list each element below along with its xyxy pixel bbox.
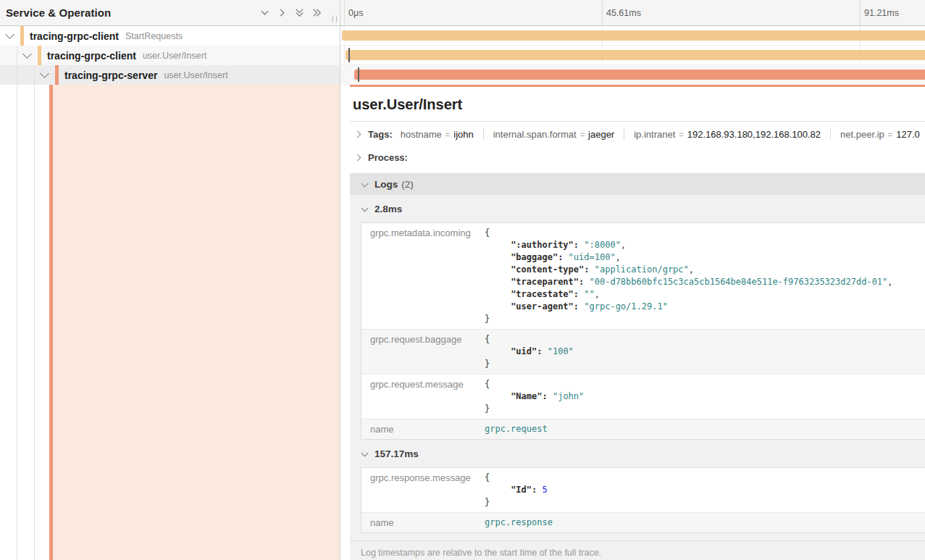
- chevron-right-icon[interactable]: [277, 7, 288, 18]
- log-entry-time: 2.8ms: [374, 204, 402, 214]
- ruler-tick-label: 0μs: [348, 8, 363, 18]
- process-label: Process:: [368, 152, 408, 163]
- selected-span-highlight: [49, 85, 340, 560]
- double-chevron-right-icon[interactable]: [311, 7, 322, 18]
- logs-body: 2.8msgrpc.metadata.incoming{ ":authority…: [350, 195, 925, 560]
- log-field-name: namegrpc.response: [361, 512, 925, 532]
- timeline-row-1[interactable]: [340, 46, 925, 65]
- tag-equals: =: [679, 130, 683, 139]
- logs-section: Logs (2) 2.8msgrpc.metadata.incoming{ ":…: [350, 173, 925, 560]
- span-detail: user.User/Insert Tags: hostname=ijohnint…: [340, 85, 925, 560]
- timeline-row-0[interactable]: [340, 26, 925, 46]
- log-field-grpc.request.message: grpc.request.message{ "Name": "john"}: [361, 374, 925, 419]
- service-name: tracing-grpc-client: [47, 50, 136, 62]
- service-operation-title: Service & Operation: [6, 7, 259, 19]
- span-bar[interactable]: [354, 70, 925, 80]
- tag-value: 192.168.93.180,192.168.100.82: [687, 129, 821, 140]
- tag-value: 127.0: [896, 129, 920, 140]
- logs-count: (2): [401, 179, 414, 190]
- tag-key: hostname: [401, 129, 442, 140]
- tree-toolbar: [259, 7, 322, 18]
- chevron-down-icon[interactable]: [259, 7, 270, 18]
- span-tree-header: Service & Operation: [0, 0, 340, 26]
- tag-value: jaeger: [588, 129, 614, 140]
- expand-chevron-down-icon[interactable]: [22, 49, 32, 59]
- double-chevron-down-icon[interactable]: [294, 7, 305, 18]
- logs-section-header[interactable]: Logs (2): [350, 173, 925, 195]
- ruler-tick-line: [860, 0, 861, 25]
- log-field-value: { "Id": 5}: [485, 472, 925, 509]
- ruler-tick-label: 45.61ms: [606, 8, 641, 18]
- tag-key: net.peer.ip: [840, 129, 884, 140]
- tag-separator: [830, 128, 831, 140]
- log-field-value: { "Name": "john"}: [485, 378, 925, 415]
- span-detail-title: user.User/Insert: [350, 87, 925, 121]
- trace-view: Service & Operation tracing-grpc-clientS…: [0, 0, 925, 560]
- ruler-tick-label: 91.21ms: [864, 8, 899, 18]
- operation-name: user.User/Insert: [164, 70, 227, 80]
- log-entry-toggle-2.8ms[interactable]: 2.8ms: [361, 195, 925, 222]
- panel-resize-grip[interactable]: [332, 16, 337, 22]
- log-fields-table: grpc.metadata.incoming{ ":authority": ":…: [361, 222, 925, 440]
- logs-entries: 2.8msgrpc.metadata.incoming{ ":authority…: [361, 195, 925, 533]
- indent-guide: [17, 46, 17, 560]
- span-row-tracing-grpc-client[interactable]: tracing-grpc-clientuser.User/Insert: [0, 46, 340, 65]
- log-marker: [348, 48, 350, 62]
- tags-list: hostname=ijohninternal.span.format=jaege…: [401, 128, 925, 140]
- log-field-grpc.request.baggage: grpc.request.baggage{ "uid": "100"}: [361, 329, 925, 374]
- timeline-ruler[interactable]: 0μs45.61ms91.21ms: [340, 0, 925, 26]
- service-name: tracing-grpc-client: [30, 30, 119, 42]
- span-tree: tracing-grpc-clientStartRequeststracing-…: [0, 26, 340, 85]
- span-color-bar: [20, 26, 24, 46]
- tag-equals: =: [888, 130, 892, 139]
- tag-ip.intranet: ip.intranet=192.168.93.180,192.168.100.8…: [634, 129, 821, 140]
- tag-separator: [483, 128, 484, 140]
- logs-footer-note: Log timestamps are relative to the start…: [350, 540, 925, 560]
- span-tree-fill: [0, 85, 340, 560]
- tag-value: ijohn: [453, 129, 473, 140]
- tag-key: internal.span.format: [493, 129, 577, 140]
- span-tree-panel: Service & Operation tracing-grpc-clientS…: [0, 0, 340, 560]
- log-fields-table: grpc.response.message{ "Id": 5}namegrpc.…: [361, 467, 925, 533]
- tag-separator: [624, 128, 624, 140]
- expand-chevron-down-icon[interactable]: [5, 30, 14, 39]
- chevron-right-icon: [354, 130, 361, 138]
- log-field-name: namegrpc.request: [361, 419, 925, 439]
- expand-chevron-down-icon[interactable]: [40, 69, 49, 78]
- indent-guide: [34, 65, 35, 560]
- log-field-key: name: [361, 517, 485, 529]
- chevron-down-icon: [361, 449, 369, 456]
- service-name: tracing-grpc-server: [64, 70, 157, 81]
- span-row-tracing-grpc-client[interactable]: tracing-grpc-clientStartRequests: [0, 26, 340, 46]
- chevron-right-icon: [354, 154, 361, 161]
- log-entry-time: 157.17ms: [374, 448, 419, 459]
- log-field-value: { ":authority": ":8000", "baggage": "uid…: [485, 227, 925, 325]
- log-entry-toggle-157.17ms[interactable]: 157.17ms: [361, 440, 925, 467]
- ruler-tick-line: [602, 0, 603, 25]
- tag-equals: =: [580, 130, 585, 139]
- chevron-down-icon: [361, 204, 369, 212]
- operation-name: user.User/Insert: [143, 51, 206, 61]
- log-marker: [358, 67, 359, 82]
- log-field-key: grpc.metadata.incoming: [361, 227, 485, 325]
- log-field-key: name: [361, 423, 485, 435]
- span-bar[interactable]: [342, 30, 925, 41]
- tags-label: Tags:: [368, 129, 393, 140]
- process-row[interactable]: Process:: [350, 146, 925, 168]
- timeline-rows: [340, 26, 925, 85]
- tag-hostname: hostname=ijohn: [401, 129, 474, 140]
- tags-row[interactable]: Tags: hostname=ijohninternal.span.format…: [350, 122, 925, 146]
- log-field-grpc.response.message: grpc.response.message{ "Id": 5}: [361, 468, 925, 512]
- log-field-value: grpc.response: [485, 517, 925, 529]
- timeline-row-2[interactable]: [340, 65, 925, 85]
- span-bar[interactable]: [346, 50, 925, 60]
- span-row-tracing-grpc-server[interactable]: tracing-grpc-serveruser.User/Insert: [0, 65, 340, 85]
- tag-internal.span.format: internal.span.format=jaeger: [493, 129, 614, 140]
- ruler-tick-line: [344, 0, 345, 25]
- span-detail-card: user.User/Insert Tags: hostname=ijohnint…: [350, 85, 925, 560]
- log-field-key: grpc.request.message: [361, 378, 485, 415]
- chevron-down-icon: [361, 180, 369, 187]
- log-field-grpc.metadata.incoming: grpc.metadata.incoming{ ":authority": ":…: [361, 223, 925, 329]
- logs-title: Logs: [374, 179, 398, 190]
- span-color-bar: [38, 46, 41, 65]
